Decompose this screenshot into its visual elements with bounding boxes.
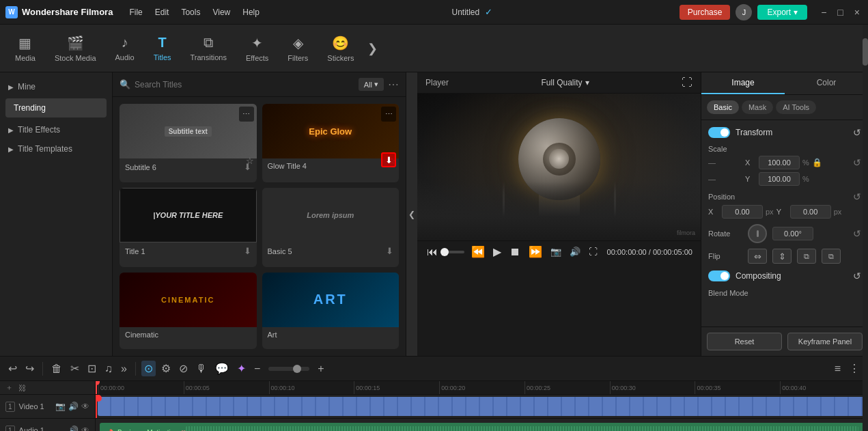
- tab-color[interactable]: Color: [785, 72, 868, 94]
- audio1-clip[interactable]: 📌 Business Motivation ♥: [100, 423, 864, 431]
- quality-selector[interactable]: Full Quality ▾: [541, 78, 589, 87]
- compositing-toggle[interactable]: [708, 270, 730, 281]
- video1-clip[interactable]: [98, 397, 866, 416]
- video1-volume-icon[interactable]: 🔊: [68, 402, 79, 411]
- reset-button[interactable]: Reset: [707, 333, 782, 350]
- tool-titles[interactable]: T Titles: [144, 31, 181, 66]
- title-card-cinematic[interactable]: CINEMATIC Cinematic: [120, 273, 257, 349]
- toolbar-more-icon[interactable]: ❯: [363, 41, 382, 56]
- title-card-glow-title4[interactable]: Epic Glow ⋯ ☆ ⬇ Click to download the on…: [262, 104, 400, 182]
- search-input[interactable]: [135, 80, 354, 89]
- tool-effects[interactable]: ✦ Effects: [236, 31, 278, 66]
- link-icon[interactable]: ⛓: [18, 384, 26, 392]
- tool-media[interactable]: ▦ Media: [5, 31, 45, 66]
- progress-bar[interactable]: [445, 251, 464, 253]
- tool-transitions[interactable]: ⧉ Transitions: [181, 31, 236, 66]
- video1-eye-icon[interactable]: 👁: [81, 402, 89, 411]
- transform-toggle[interactable]: [708, 127, 730, 138]
- crop-button[interactable]: ⊡: [85, 361, 99, 376]
- voiceover-button[interactable]: 🎙: [193, 361, 210, 376]
- subtab-basic[interactable]: Basic: [707, 100, 739, 114]
- subtab-mask[interactable]: Mask: [742, 100, 773, 114]
- fullscreen-icon[interactable]: ⛶: [682, 77, 692, 89]
- scale-x-input[interactable]: [759, 156, 800, 169]
- scale-x-reset-icon[interactable]: ↺: [853, 157, 861, 168]
- title1-download-icon[interactable]: ⬇: [244, 246, 251, 256]
- settings-button[interactable]: ⚙: [158, 361, 173, 376]
- audio1-eye-icon[interactable]: 👁: [81, 426, 89, 431]
- rotate-knob[interactable]: [748, 224, 767, 243]
- maximize-button[interactable]: □: [835, 7, 845, 18]
- tool-stickers[interactable]: 😊 Stickers: [318, 31, 363, 66]
- transform-reset-icon[interactable]: ↺: [853, 127, 861, 138]
- compositing-reset-icon[interactable]: ↺: [853, 270, 861, 281]
- glow-title4-download-button[interactable]: ⬇: [381, 152, 396, 167]
- menu-edit[interactable]: Edit: [150, 5, 175, 20]
- zoom-handle[interactable]: [293, 365, 301, 373]
- video1-track[interactable]: [96, 395, 868, 419]
- title-card-title1[interactable]: |YOUR TITLE HERE Title 1 ⬇: [120, 188, 257, 266]
- subtab-ai-tools[interactable]: AI Tools: [776, 100, 816, 114]
- title-card-subtitle6[interactable]: Subtitle text ⋯ ☆ Subtitle 6 ⬇: [120, 104, 257, 182]
- add-track-icon[interactable]: ＋: [5, 383, 13, 393]
- audio-separate-button[interactable]: ♫: [102, 361, 115, 376]
- title-card-art[interactable]: ART Art: [262, 273, 400, 349]
- rotate-input[interactable]: [772, 227, 813, 240]
- snapshot-btn[interactable]: 📷: [549, 247, 563, 257]
- flip-paste-button[interactable]: ⧉: [822, 249, 841, 264]
- pos-x-input[interactable]: [722, 205, 763, 219]
- more-button[interactable]: »: [118, 361, 130, 376]
- tool-filters[interactable]: ◈ Filters: [278, 31, 318, 66]
- menu-tools[interactable]: Tools: [176, 5, 206, 20]
- snap-button[interactable]: ⊙: [141, 361, 156, 376]
- lock-icon[interactable]: 🔒: [812, 158, 822, 167]
- redo-button[interactable]: ↪: [23, 361, 37, 376]
- stop-button[interactable]: ⏹: [508, 246, 522, 258]
- sidebar-item-mine[interactable]: ▶ Mine: [0, 78, 112, 96]
- undo-button[interactable]: ↩: [5, 361, 20, 376]
- collapse-panel-button[interactable]: ❮: [406, 72, 417, 356]
- filter-all-button[interactable]: All ▾: [359, 78, 384, 91]
- pos-y-input[interactable]: [790, 205, 831, 219]
- playhead[interactable]: [96, 381, 97, 394]
- sidebar-item-trending[interactable]: Trending: [5, 98, 107, 117]
- zoom-out-button[interactable]: −: [251, 361, 263, 376]
- options-button[interactable]: ⋮: [846, 361, 863, 376]
- timeline-scrollbar[interactable]: [863, 381, 868, 431]
- split-audio-button[interactable]: ⊘: [176, 361, 191, 376]
- scale-y-input[interactable]: [759, 172, 800, 186]
- subtitle6-star-icon[interactable]: ☆: [246, 156, 254, 166]
- basic5-download-icon[interactable]: ⬇: [386, 246, 393, 256]
- purchase-button[interactable]: Purchase: [680, 5, 731, 20]
- delete-button[interactable]: 🗑: [48, 361, 65, 376]
- ai-button[interactable]: ✦: [234, 361, 249, 376]
- sidebar-item-title-effects[interactable]: ▶ Title Effects: [0, 120, 112, 139]
- tool-audio[interactable]: ♪ Audio: [106, 31, 144, 66]
- flip-copy-button[interactable]: ⧉: [797, 249, 816, 264]
- search-more-icon[interactable]: ⋯: [388, 78, 399, 91]
- flip-horizontal-button[interactable]: ⇔: [748, 249, 767, 264]
- audio1-volume-icon[interactable]: 🔊: [68, 426, 79, 431]
- tool-stock-media[interactable]: 🎬 Stock Media: [45, 31, 106, 66]
- rotate-reset-icon[interactable]: ↺: [853, 228, 861, 239]
- skip-back-button[interactable]: ⏮: [425, 246, 439, 258]
- audio-btn[interactable]: 🔊: [568, 247, 582, 257]
- subtitle-button[interactable]: 💬: [212, 361, 232, 376]
- tab-image[interactable]: Image: [701, 72, 785, 94]
- minimize-button[interactable]: −: [818, 7, 829, 18]
- zoom-in-button[interactable]: +: [315, 361, 326, 376]
- step-back-button[interactable]: ⏪: [470, 245, 486, 258]
- progress-handle[interactable]: [440, 248, 449, 256]
- zoom-btn[interactable]: ⛶: [587, 247, 599, 257]
- play-button[interactable]: ▶: [492, 245, 503, 258]
- list-view-button[interactable]: ≡: [832, 361, 843, 376]
- title-card-basic5[interactable]: Lorem ipsum Basic 5 ⬇: [262, 188, 400, 266]
- audio1-track[interactable]: 📌 Business Motivation ♥: [96, 419, 868, 431]
- menu-file[interactable]: File: [124, 5, 148, 20]
- flip-vertical-button[interactable]: ⇕: [772, 249, 792, 264]
- step-fwd-button[interactable]: ⏩: [527, 245, 544, 258]
- export-button[interactable]: Export ▾: [757, 5, 807, 20]
- avatar[interactable]: J: [736, 4, 752, 20]
- sidebar-item-title-templates[interactable]: ▶ Title Templates: [0, 139, 112, 158]
- position-reset-icon[interactable]: ↺: [853, 191, 861, 202]
